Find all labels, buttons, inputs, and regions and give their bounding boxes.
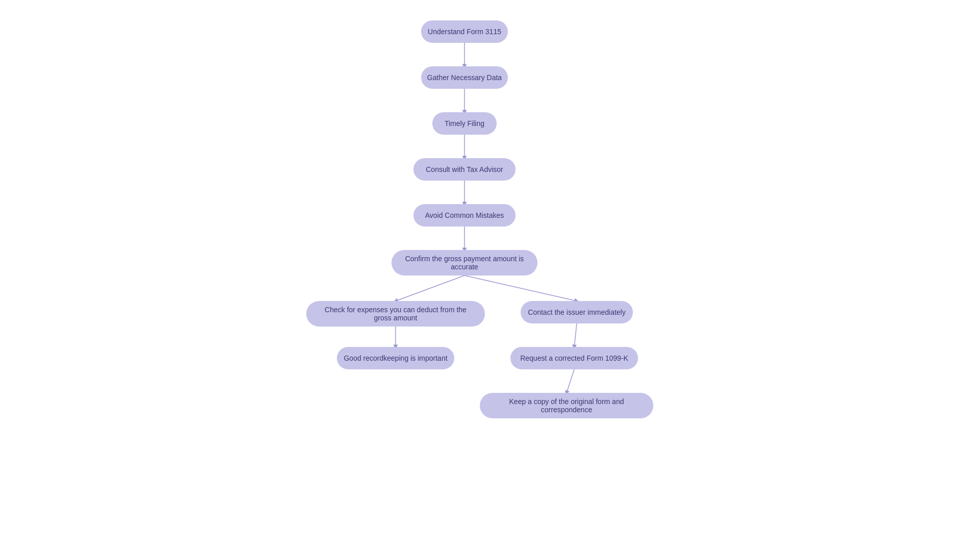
svg-line-6 (464, 276, 577, 301)
node-contact: Contact the issuer immediately (521, 301, 633, 323)
svg-line-8 (574, 323, 577, 347)
node-understand: Understand Form 3115 (421, 20, 508, 43)
flowchart-diagram: Understand Form 3115 Gather Necessary Da… (311, 15, 669, 536)
node-request: Request a corrected Form 1099-K (510, 347, 638, 369)
node-keepcopy: Keep a copy of the original form and cor… (480, 393, 653, 418)
node-avoid: Avoid Common Mistakes (413, 204, 516, 227)
node-confirm: Confirm the gross payment amount is accu… (391, 250, 537, 276)
node-gather: Gather Necessary Data (421, 66, 508, 89)
node-recordkeeping: Good recordkeeping is important (337, 347, 454, 369)
node-consult: Consult with Tax Advisor (413, 158, 516, 181)
node-timely: Timely Filing (432, 112, 497, 135)
node-check: Check for expenses you can deduct from t… (306, 301, 485, 327)
svg-line-5 (396, 276, 464, 301)
svg-line-9 (567, 369, 574, 393)
connectors-svg (311, 15, 669, 536)
